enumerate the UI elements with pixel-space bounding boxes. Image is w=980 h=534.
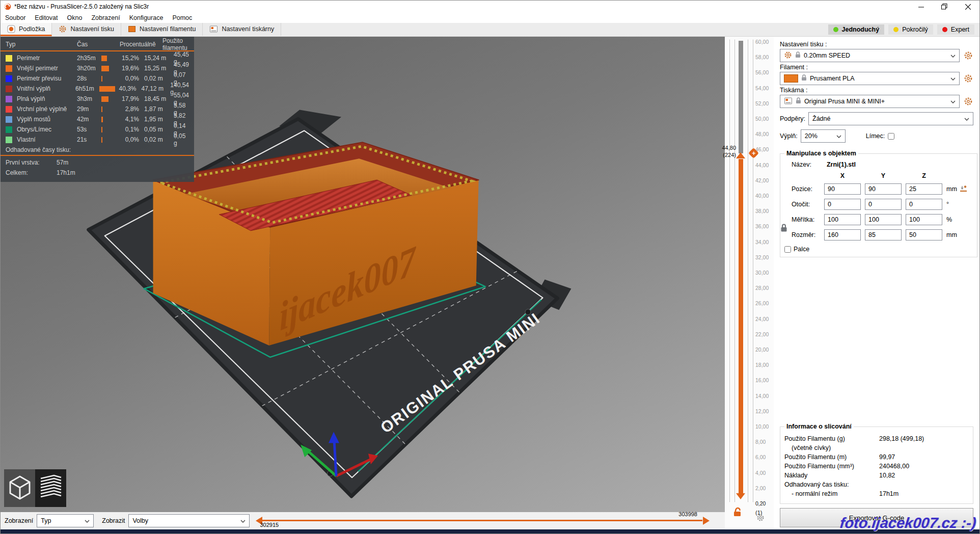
layer-lower-thumb[interactable]	[736, 493, 745, 499]
mode-label: Jednoduchý	[842, 26, 880, 33]
tab-printer-settings[interactable]: Nastavení tiskárny	[203, 23, 281, 36]
manip-input-3-y[interactable]	[865, 229, 902, 241]
manip-input-2-x[interactable]	[824, 214, 861, 225]
tab-plater[interactable]: Podložka	[1, 23, 52, 36]
slicing-info-value: 298,18 (499,18)	[879, 435, 969, 442]
layer-tick-label: 28,00	[755, 285, 774, 291]
layer-tick-label: 52,00	[755, 100, 774, 106]
feature-color-swatch	[6, 106, 12, 113]
menu-item-konfigurace[interactable]: Konfigurace	[125, 14, 168, 22]
supports-select[interactable]: Žádné	[808, 112, 973, 125]
window-title: *Bez názvu - PrusaSlicer-2.5.0 založený …	[14, 3, 149, 10]
manip-input-1-x[interactable]	[824, 199, 861, 210]
manip-unit: mm	[946, 185, 973, 194]
app-logo-icon	[4, 3, 11, 10]
edit-filament-gear-icon[interactable]	[963, 73, 973, 84]
manip-input-3-x[interactable]	[824, 229, 861, 241]
feature-percent: 0,0%	[120, 136, 144, 143]
feature-bar	[101, 76, 120, 82]
feature-length: 18,45 m	[144, 95, 174, 102]
feature-percent: 0,1%	[120, 126, 144, 133]
mode-button-simple[interactable]: Jednoduchý	[828, 24, 885, 35]
unlock-icon[interactable]	[732, 506, 743, 520]
filament-select[interactable]: Prusament PLA	[780, 72, 960, 85]
legend-header: Typ Čas Procentuálně Použito filamentu	[1, 39, 194, 49]
manip-input-0-y[interactable]	[865, 183, 902, 195]
tab-label: Nastavení filamentu	[140, 25, 196, 33]
lock-icon	[801, 74, 807, 83]
layer-track-upper[interactable]	[739, 41, 743, 153]
mode-button-expert[interactable]: Expert	[937, 24, 974, 35]
slicing-info-row: Odhadovaný čas tisku:	[784, 481, 969, 488]
prusaslicer-window: *Bez názvu - PrusaSlicer-2.5.0 založený …	[0, 0, 980, 534]
legend-row: Perimetr převisu28s0,0%0,02 m0,07 g	[1, 73, 194, 84]
show-select[interactable]: Volby	[128, 514, 250, 527]
feature-bar-fill	[101, 106, 102, 112]
menu-item-soubor[interactable]: Soubor	[1, 14, 30, 22]
infill-select[interactable]: 20%	[801, 129, 846, 143]
feature-percent: 15,2%	[120, 55, 144, 62]
slider-track[interactable]	[262, 520, 702, 521]
inches-checkbox[interactable]	[784, 246, 791, 253]
manip-input-2-y[interactable]	[865, 214, 902, 225]
3d-editor-view-button[interactable]	[4, 469, 35, 507]
manip-unit: °	[946, 201, 973, 208]
printer-icon	[784, 97, 793, 106]
moves-range-slider[interactable]: 302915 303998	[255, 512, 720, 529]
feature-color-swatch	[6, 137, 12, 143]
layer-ruler-right	[748, 40, 753, 502]
inches-label: Palce	[794, 246, 809, 253]
infill-label: Výplň:	[780, 132, 798, 140]
object-manipulation-title: Manipulace s objektem	[784, 150, 858, 157]
close-icon[interactable]	[956, 1, 979, 13]
menu-item-zobrazení[interactable]: Zobrazení	[87, 14, 124, 22]
feature-bar	[101, 66, 120, 71]
layer-slider: + 44,80 (224) 60,0058,0056,0054,0052,005…	[725, 37, 774, 529]
edit-printer-gear-icon[interactable]	[963, 96, 973, 106]
slider-settings-gear-icon[interactable]	[756, 514, 765, 524]
brim-checkbox[interactable]	[888, 133, 894, 140]
manip-input-3-z[interactable]	[906, 229, 942, 241]
tab-print-settings[interactable]: Nastavení tisku	[52, 23, 121, 36]
tab-label: Nastavení tisku	[70, 25, 114, 33]
manip-input-1-z[interactable]	[906, 199, 942, 210]
restore-icon[interactable]	[933, 1, 956, 13]
feature-bar-fill	[101, 117, 103, 122]
layer-upper-thumb[interactable]	[736, 152, 745, 158]
manip-input-0-z[interactable]	[906, 183, 942, 195]
menu-item-okno[interactable]: Okno	[62, 14, 87, 22]
slicing-info-value	[879, 481, 969, 488]
slider-right-arrow[interactable]	[703, 517, 710, 525]
tab-bar: PodložkaNastavení tiskuNastavení filamen…	[1, 23, 979, 37]
manip-input-1-y[interactable]	[865, 199, 902, 210]
object-manipulation-box: Manipulace s objektem Název: Zrni(1).stl…	[780, 150, 977, 257]
manip-input-2-z[interactable]	[906, 214, 942, 225]
feature-length: 0,05 m	[144, 126, 174, 133]
feature-color-swatch	[6, 75, 12, 82]
feature-time: 3h20m	[77, 65, 101, 72]
slicing-info-label: Použito Filamentu (g)	[784, 435, 879, 442]
manip-input-0-x[interactable]	[824, 183, 861, 195]
chevron-down-icon	[964, 115, 969, 122]
edit-print-settings-gear-icon[interactable]	[963, 50, 973, 61]
feature-name: Plná výplň	[6, 95, 77, 102]
layer-tick-label: 58,00	[755, 54, 774, 60]
slicing-info-label: - normální režim	[784, 490, 879, 497]
printer-select[interactable]: Original Prusa MINI & MINI+	[780, 95, 960, 108]
mode-button-advanced[interactable]: Pokročilý	[888, 24, 933, 35]
manip-unit: %	[946, 216, 973, 223]
feature-bar	[101, 106, 120, 112]
print-settings-select[interactable]: 0.20mm SPEED	[780, 49, 960, 62]
feature-label: Vnější perimetr	[17, 65, 58, 72]
menu-item-editovat[interactable]: Editovat	[30, 14, 62, 22]
view-mode-select[interactable]: Typ	[37, 514, 94, 527]
preview-layers-view-button[interactable]	[35, 469, 66, 507]
tab-filament-settings[interactable]: Nastavení filamentu	[121, 23, 203, 36]
drop-to-bed-icon[interactable]	[960, 185, 967, 194]
uniform-scale-lock-icon[interactable]	[780, 224, 787, 234]
menu-item-pomoc[interactable]: Pomoc	[168, 14, 197, 22]
minimize-icon[interactable]	[909, 1, 933, 13]
feature-time: 42m	[77, 116, 101, 123]
3d-viewport[interactable]: ORIGINAL PRUSA MINI	[1, 37, 725, 512]
layer-track-range[interactable]	[739, 159, 743, 493]
